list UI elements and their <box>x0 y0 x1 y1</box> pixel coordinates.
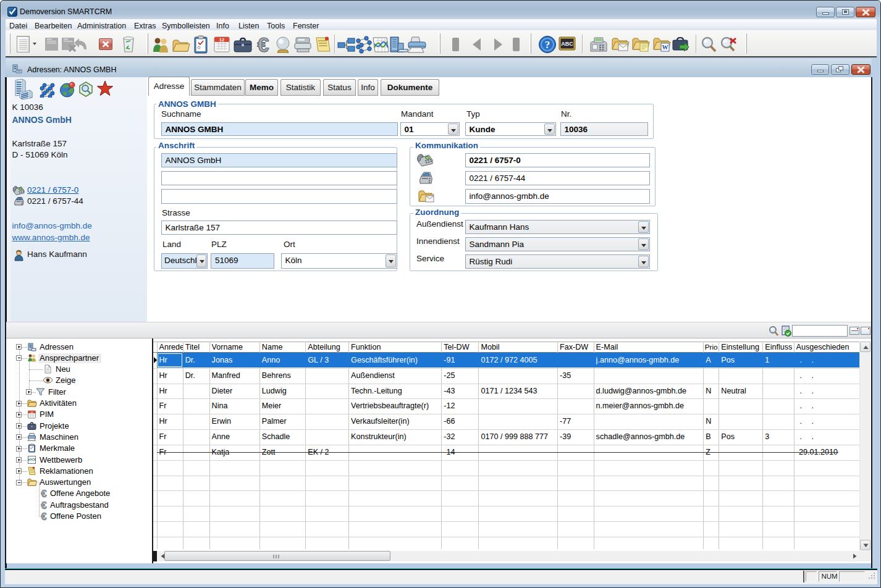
svg-text:ABC: ABC <box>561 41 573 47</box>
svg-text:?: ? <box>545 39 550 51</box>
svg-text:12: 12 <box>219 37 224 43</box>
svg-text:€: € <box>41 489 47 498</box>
svg-text:W: W <box>662 44 668 51</box>
svg-text:€: € <box>41 500 47 510</box>
svg-text:€: € <box>258 34 269 54</box>
svg-text:€: € <box>41 511 47 521</box>
svg-text:12: 12 <box>30 411 33 414</box>
